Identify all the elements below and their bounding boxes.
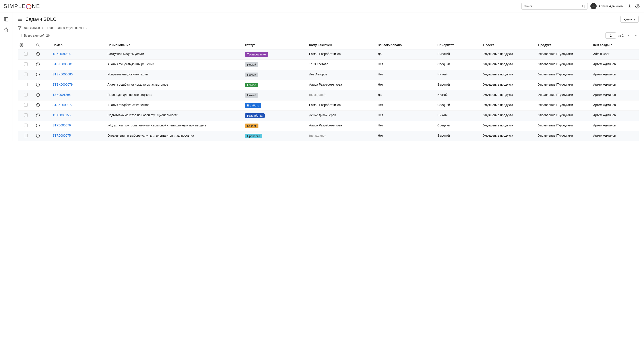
page-input[interactable] (606, 32, 616, 39)
list-icon[interactable] (18, 34, 22, 38)
user-name[interactable]: Артем Админов (598, 4, 623, 8)
assigned-to: Лев Авторов (309, 73, 327, 76)
col-assigned[interactable]: Кому назначен (308, 41, 376, 50)
avatar[interactable] (590, 3, 596, 9)
svg-point-25 (38, 63, 38, 64)
task-number-link[interactable]: STSK0000081 (52, 62, 73, 66)
col-number[interactable]: Номер (51, 41, 106, 50)
task-name: Анализ ошибки на локальном экземпляре (106, 80, 243, 90)
download-icon[interactable] (626, 3, 632, 9)
blocked-value: Нет (376, 70, 436, 80)
info-icon[interactable] (36, 93, 49, 97)
project-value: Улучшение продукта (482, 50, 536, 60)
info-icon[interactable] (36, 134, 49, 138)
task-number-link[interactable]: STSK0000077 (52, 103, 73, 107)
table-settings-icon[interactable] (20, 43, 32, 47)
assigned-to: Алиса Разработчикова (309, 123, 342, 127)
task-table: Номер Наименование Статус Кому назначен … (18, 41, 639, 141)
info-icon[interactable] (36, 103, 49, 107)
col-project[interactable]: Проект (482, 41, 536, 50)
info-icon[interactable] (36, 52, 49, 56)
sidebar (0, 13, 12, 141)
task-number-link[interactable]: TSK0001316 (52, 52, 71, 56)
col-status[interactable]: Статус (243, 41, 308, 50)
creator-value: Артем Админов (591, 111, 639, 121)
menu-icon[interactable] (18, 17, 22, 22)
task-name: Анализ существующих решений (106, 60, 243, 70)
priority-value: Низкий (436, 70, 482, 80)
table-row: TSK0001298 Переводы для нового виджета Н… (18, 90, 639, 100)
info-icon[interactable] (36, 123, 49, 127)
col-priority[interactable]: Приоритет (436, 41, 482, 50)
col-creator[interactable]: Кем создано (591, 41, 639, 50)
row-checkbox[interactable] (24, 134, 28, 137)
row-checkbox[interactable] (24, 123, 28, 127)
task-name: Подготовка макетов по новой функциональн… (106, 111, 243, 121)
product-value: Управление IT-услугами (536, 90, 591, 100)
info-icon[interactable] (36, 113, 49, 117)
breadcrumb-filter[interactable]: Проект равно Улучшение п... (46, 26, 87, 30)
task-number-link[interactable]: STR0000076 (52, 123, 71, 127)
creator-value: Артем Админов (591, 80, 639, 90)
col-product[interactable]: Продукт (536, 41, 591, 50)
panel-icon[interactable] (4, 17, 9, 22)
pager: из 2 (606, 32, 639, 39)
product-value: Управление IT-услугами (536, 131, 591, 141)
row-checkbox[interactable] (24, 83, 28, 86)
svg-point-17 (21, 45, 22, 46)
col-blocked[interactable]: Заблокировано (376, 41, 436, 50)
task-number-link[interactable]: STSK0000080 (52, 73, 73, 76)
page-title: Задачи SDLC (26, 17, 56, 22)
star-icon[interactable] (4, 27, 9, 32)
product-value: Управление IT-услугами (536, 111, 591, 121)
task-name: ЖЦ услуги: контроль наличия сервисной сп… (106, 121, 243, 131)
search-input[interactable] (524, 5, 582, 8)
global-search[interactable] (521, 3, 588, 10)
status-badge: Тестирование (245, 52, 268, 57)
task-name: Анализ фидбека от клиентов (106, 100, 243, 111)
task-number-link[interactable]: TSK0001298 (52, 93, 71, 96)
delete-button[interactable]: Удалить (620, 16, 639, 23)
project-value: Улучшение продукта (482, 121, 536, 131)
blocked-value: Нет (376, 121, 436, 131)
project-value: Улучшение продукта (482, 60, 536, 70)
last-page-icon[interactable] (633, 33, 639, 38)
priority-value: Низкий (436, 111, 482, 121)
main-content: Задачи SDLC Удалить Все записи › Проект … (12, 13, 644, 141)
product-value: Управление IT-услугами (536, 80, 591, 90)
filter-icon[interactable] (18, 26, 22, 30)
blocked-value: Да (376, 90, 436, 100)
col-name[interactable]: Наименование (106, 41, 243, 50)
product-value: Управление IT-услугами (536, 50, 591, 60)
breadcrumb-all[interactable]: Все записи (24, 26, 40, 30)
priority-value: Средний (436, 121, 482, 131)
product-value: Управление IT-услугами (536, 100, 591, 111)
creator-value: Артем Админов (591, 121, 639, 131)
row-checkbox[interactable] (24, 93, 28, 96)
task-number-link[interactable]: TSK0000155 (52, 113, 71, 117)
creator-value: Артем Админов (591, 70, 639, 80)
svg-rect-14 (18, 34, 21, 37)
svg-rect-3 (592, 6, 595, 6)
settings-icon[interactable] (634, 3, 640, 9)
priority-value: Низкий (436, 90, 482, 100)
row-checkbox[interactable] (24, 62, 28, 66)
info-icon[interactable] (36, 83, 49, 87)
app-header: SIMPLENE Артем Админов (0, 0, 644, 13)
row-checkbox[interactable] (24, 73, 28, 76)
info-icon[interactable] (36, 62, 49, 66)
row-checkbox[interactable] (24, 52, 28, 56)
task-number-link[interactable]: STR0000075 (52, 134, 71, 137)
row-checkbox[interactable] (24, 113, 28, 117)
info-icon[interactable] (36, 73, 49, 77)
table-search-icon[interactable] (36, 43, 49, 47)
row-checkbox[interactable] (24, 103, 28, 107)
priority-value: Средний (436, 100, 482, 111)
task-number-link[interactable]: STSK0000079 (52, 83, 73, 86)
logo[interactable]: SIMPLENE (4, 3, 40, 9)
creator-value: Артем Админов (591, 90, 639, 100)
next-page-icon[interactable] (626, 33, 631, 38)
status-badge: Бэклог (245, 123, 258, 128)
project-value: Улучшение продукта (482, 131, 536, 141)
svg-point-22 (38, 53, 38, 54)
